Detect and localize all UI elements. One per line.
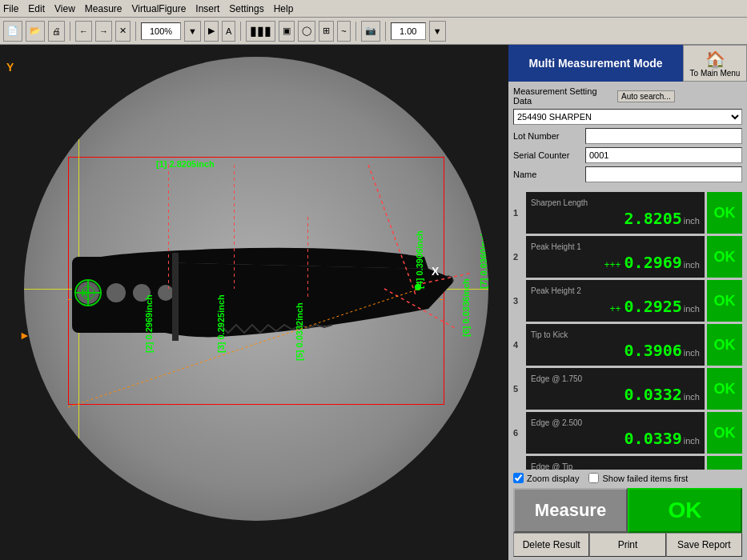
toolbar-open[interactable]: 📂 [26, 21, 45, 42]
zoom-display-checkbox[interactable] [513, 473, 524, 483]
menu-insert[interactable]: Insert [195, 3, 219, 14]
measure-button[interactable]: Measure [513, 488, 628, 533]
toolbar-barcode[interactable]: ▮▮▮ [246, 21, 275, 42]
measurement-row-4: 4 Tip to Kick 0.3906 inch OK [513, 324, 742, 366]
measurement-row-7: 7 Edge @ Tip 0.0336 inch OK [513, 456, 742, 470]
meas-line-5 [307, 217, 308, 297]
meas-value-row-1: 2.8205 inch [531, 209, 700, 228]
ok-big-button[interactable]: OK [628, 488, 742, 533]
ok-button-2[interactable]: OK [707, 236, 742, 278]
show-failed-checkbox-label[interactable]: Show failed items first [588, 473, 688, 483]
main-menu-button[interactable]: 🏠 To Main Menu [683, 45, 747, 82]
meas-name-2: Peak Height 1 [531, 242, 700, 251]
menu-settings[interactable]: Settings [229, 3, 263, 14]
meas-num-3: 3 [513, 296, 526, 306]
meas-num-1: 1 [513, 208, 526, 218]
meas-value-5: 0.0332 [625, 385, 682, 404]
left-arrow: ► [19, 329, 30, 342]
meas-num-4: 4 [513, 340, 526, 350]
toolbar-delete[interactable]: ✕ [115, 21, 131, 42]
menu-file[interactable]: File [3, 3, 18, 14]
measurement-setting-row: Measurement Setting Data Auto search... [513, 86, 742, 106]
toolbar-undo[interactable]: ← [75, 21, 92, 42]
toolbar-btn2[interactable]: A [222, 21, 235, 42]
measurement-dropdown[interactable]: 254490 SHARPEN [513, 109, 742, 125]
save-report-button[interactable]: Save Report [666, 533, 742, 557]
meas-value-3: 0.2925 [625, 297, 682, 316]
auto-search-button[interactable]: Auto search... [617, 90, 675, 102]
name-row: Name [513, 166, 742, 182]
toolbar-camera[interactable]: 📷 [361, 21, 380, 42]
meas-name-7: Edge @ Tip [531, 462, 700, 470]
panel-header: Multi Measurement Mode 🏠 To Main Menu [508, 45, 747, 82]
menu-view[interactable]: View [54, 3, 75, 14]
canvas-label-7: [7] 0.0360inch [479, 230, 488, 289]
meas-box-4: Tip to Kick 0.3906 inch [526, 324, 705, 366]
right-panel: Multi Measurement Mode 🏠 To Main Menu Me… [508, 45, 747, 560]
meas-name-3: Peak Height 2 [531, 286, 700, 295]
menu-measure[interactable]: Measure [85, 3, 122, 14]
menu-help[interactable]: Help [274, 3, 294, 14]
toolbar-btn1[interactable]: ▶ [204, 21, 219, 42]
toolbar: 📄 📂 🖨 ← → ✕ ▼ ▶ A ▮▮▮ ▣ ◯ ⊞ ~ 📷 ▼ [0, 18, 747, 45]
meas-value-row-3: ++ 0.2925 inch [531, 297, 700, 316]
toolbar-wave[interactable]: ~ [337, 21, 350, 42]
toolbar-redo[interactable]: → [95, 21, 112, 42]
serial-counter-input[interactable] [585, 147, 742, 163]
svg-point-2 [106, 283, 126, 302]
multi-measure-button[interactable]: Multi Measurement Mode [508, 45, 683, 82]
canvas-label-4: [4] 0.3906inch [415, 230, 424, 289]
meas-num-5: 5 [513, 384, 526, 394]
meas-value-row-5: 0.0332 inch [531, 385, 700, 404]
meas-name-4: Tip to Kick [531, 330, 700, 339]
lot-number-row: Lot Number [513, 128, 742, 144]
canvas-label-3: [3] 0.2925inch [216, 294, 226, 353]
zoom-dropdown[interactable]: ▼ [184, 21, 201, 42]
menu-virtualfigure[interactable]: VirtualFigure [132, 3, 187, 14]
value-dropdown[interactable]: ▼ [429, 21, 446, 42]
value-input[interactable] [391, 22, 426, 40]
y-axis-label: Y [6, 61, 14, 74]
zoom-display-checkbox-label[interactable]: Zoom display [513, 473, 579, 483]
toolbar-grid[interactable]: ⊞ [319, 21, 334, 42]
meas-num-2: 2 [513, 252, 526, 262]
toolbar-print[interactable]: 🖨 [48, 21, 65, 42]
meas-unit-1: inch [684, 216, 700, 226]
svg-rect-5 [172, 253, 179, 341]
measurement-setting-label: Measurement Setting Data [513, 86, 617, 106]
ok-button-4[interactable]: OK [707, 324, 742, 366]
zoom-input[interactable] [141, 22, 181, 40]
measurement-row-5: 5 Edge @ 1.750 0.0332 inch OK [513, 368, 742, 410]
toolbar-new[interactable]: 📄 [3, 21, 22, 42]
canvas-label-6: [6] 0.0336inch [461, 278, 471, 337]
toolbar-oval[interactable]: ◯ [298, 21, 315, 42]
ok-button-5[interactable]: OK [707, 368, 742, 410]
delete-result-button[interactable]: Delete Result [513, 533, 589, 557]
circle-viewport: X X [1] 2.8205inch [2] 0.2969inch [3] 0.… [24, 57, 488, 521]
meas-box-2: Peak Height 1 +++ 0.2969 inch [526, 236, 705, 278]
ok-button-1[interactable]: OK [707, 192, 742, 234]
menu-edit[interactable]: Edit [28, 3, 45, 14]
print-button[interactable]: Print [589, 533, 665, 557]
main-layout: Y [0, 45, 747, 560]
meas-value-6: 0.0339 [625, 429, 682, 448]
meas-box-7: Edge @ Tip 0.0336 inch [526, 456, 705, 470]
canvas-label-2: [2] 0.2969inch [144, 294, 154, 353]
bottom-actions: Delete Result Print Save Report [513, 533, 742, 557]
knife-svg: X X [60, 213, 468, 373]
name-input[interactable] [585, 166, 742, 182]
dropdown-row: 254490 SHARPEN [513, 109, 742, 125]
meas-value-4: 0.3906 [625, 341, 682, 360]
ok-button-7[interactable]: OK [707, 456, 742, 470]
meas-box-5: Edge @ 1.750 0.0332 inch [526, 368, 705, 410]
house-icon: 🏠 [705, 50, 725, 69]
canvas-label-5: [5] 0.0332inch [295, 302, 304, 361]
lot-number-input[interactable] [585, 128, 742, 144]
ok-button-3[interactable]: OK [707, 280, 742, 322]
show-failed-checkbox[interactable] [588, 473, 599, 483]
canvas-area: Y [0, 45, 508, 560]
toolbar-rect[interactable]: ▣ [279, 21, 295, 42]
meas-num-6: 6 [513, 428, 526, 438]
ok-button-6[interactable]: OK [707, 412, 742, 454]
lot-number-label: Lot Number [513, 131, 585, 141]
